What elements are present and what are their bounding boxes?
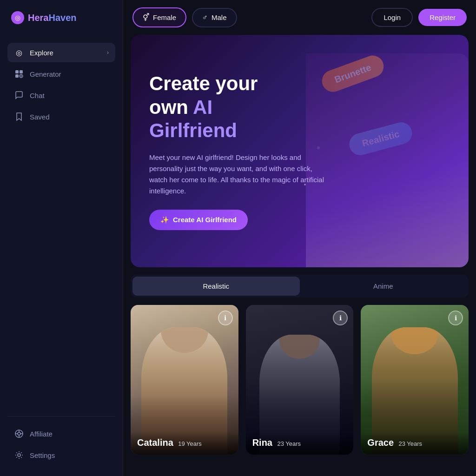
catalina-label: Catalina 19 Years [131,432,238,455]
sidebar-item-label: Generator [30,70,61,78]
logo-part2: Haven [48,13,76,23]
logo-text: HeraHaven [28,13,77,23]
chevron-right-icon: › [107,49,109,56]
tab-realistic[interactable]: Realistic [132,277,300,296]
sidebar-item-label: Settings [30,451,55,459]
main-content: ⚥ Female ♂ Male Login Register Create yo… [123,0,476,476]
style-tabs: Realistic Anime [131,275,469,298]
grace-age: 23 Years [399,440,423,447]
catalina-name: Catalina [137,437,173,448]
create-ai-girlfriend-button[interactable]: ✨ Create AI Girlfriend [149,210,248,230]
settings-icon [14,450,24,460]
chat-icon [14,90,24,100]
svg-rect-0 [15,70,19,73]
login-button[interactable]: Login [371,8,413,27]
sidebar-item-label: Explore [30,49,53,57]
sidebar-item-settings[interactable]: Settings [7,445,115,465]
affiliate-icon [14,429,24,439]
male-icon: ♂ [202,13,208,22]
sidebar-item-generator[interactable]: Generator [7,64,115,84]
hero-girl-image [306,53,469,267]
svg-point-7 [18,432,20,435]
logo: ◎ HeraHaven [7,11,115,24]
card-catalina[interactable]: ℹ Catalina 19 Years [131,305,238,455]
catalina-age: 19 Years [178,440,202,447]
sidebar-item-label: Chat [30,92,45,99]
explore-icon: ◎ [14,47,24,58]
sidebar-item-label: Affiliate [30,430,53,438]
male-label: Male [212,13,227,21]
rina-label: Rina 23 Years [246,432,354,455]
hero-content: Create your own AIGirlfriend Meet your n… [149,72,326,230]
hero-title: Create your own AIGirlfriend [149,72,326,142]
male-gender-button[interactable]: ♂ Male [192,8,237,27]
grace-info-button[interactable]: ℹ [448,311,463,325]
svg-rect-1 [20,70,23,73]
svg-point-12 [18,454,20,456]
female-label: Female [153,13,176,21]
magic-wand-icon: ✨ [160,216,169,224]
hero-description: Meet your new AI girlfriend! Design her … [149,152,326,197]
card-grace[interactable]: ℹ Grace 23 Years [361,305,469,455]
sidebar: ◎ HeraHaven ◎ Explore › Generator [0,0,123,476]
nav-section: ◎ Explore › Generator [7,43,115,416]
female-gender-button[interactable]: ⚥ Female [132,7,186,27]
sidebar-item-label: Saved [30,113,50,121]
cards-grid: ℹ Catalina 19 Years ℹ Rina 23 Years [123,305,476,464]
rina-age: 23 Years [277,440,301,447]
sidebar-item-affiliate[interactable]: Affiliate [7,424,115,443]
logo-part1: Hera [28,13,48,23]
register-button[interactable]: Register [418,9,467,26]
logo-icon: ◎ [11,11,24,24]
generator-icon [14,69,24,79]
hero-banner: Create your own AIGirlfriend Meet your n… [131,35,469,267]
sidebar-item-chat[interactable]: Chat [7,86,115,105]
tab-anime[interactable]: Anime [300,277,467,296]
sidebar-bottom: Affiliate Settings [7,416,115,465]
grace-name: Grace [367,437,394,448]
rina-name: Rina [252,437,272,448]
sidebar-item-saved[interactable]: Saved [7,107,115,126]
grace-label: Grace 23 Years [361,432,469,455]
female-icon: ⚥ [143,13,149,22]
card-rina[interactable]: ℹ Rina 23 Years [246,305,354,455]
topbar: ⚥ Female ♂ Male Login Register [123,0,476,35]
svg-rect-2 [15,74,19,78]
catalina-info-button[interactable]: ℹ [218,311,233,325]
bookmark-icon [14,112,24,122]
sidebar-item-explore[interactable]: ◎ Explore › [7,43,115,62]
